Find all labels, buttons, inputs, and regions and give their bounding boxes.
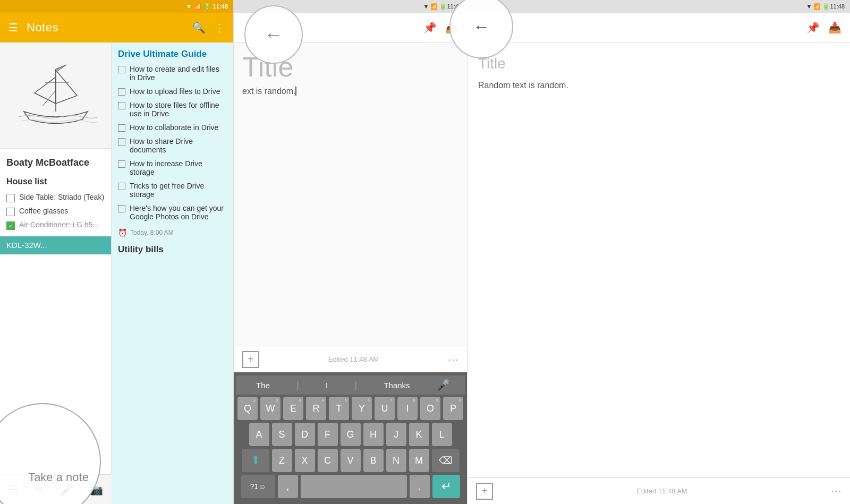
note-editor-panel: ▼ 📶 🔋 11:48 ← 📌 📥 Title ext is random. +… xyxy=(234,0,468,504)
checkbox-checked[interactable]: ✓ xyxy=(6,221,15,230)
search-icon[interactable]: 🔍 xyxy=(192,21,206,34)
keyboard-row-4: ?1☺ , . ↵ xyxy=(236,475,465,498)
key-l[interactable]: L xyxy=(432,423,452,446)
backspace-key[interactable]: ⌫ xyxy=(432,449,460,472)
checkbox[interactable] xyxy=(6,208,15,216)
guide-checkbox[interactable] xyxy=(118,124,125,132)
note-view-area: Title Random text is random. xyxy=(468,42,850,477)
key-z[interactable]: Z xyxy=(272,449,292,472)
back-arrow-icon-p3: ← xyxy=(473,17,490,37)
list-item[interactable]: Side Table: Striado (Teak) xyxy=(0,191,111,204)
key-x[interactable]: X xyxy=(295,449,315,472)
notes-toolbar: ☰ Notes 🔍 ⋮ xyxy=(0,13,233,42)
back-arrow-circle[interactable]: ← xyxy=(244,5,303,64)
guide-item[interactable]: How to upload files to Drive xyxy=(118,87,227,96)
note-body-input[interactable]: ext is random. xyxy=(242,85,458,98)
checkbox[interactable] xyxy=(6,194,15,202)
guide-item[interactable]: How to store files for offline use in Dr… xyxy=(118,101,227,118)
key-r[interactable]: 4R xyxy=(306,397,326,420)
guide-item[interactable]: How to create and edit files in Drive xyxy=(118,65,227,82)
key-g[interactable]: G xyxy=(341,423,361,446)
guide-checkbox[interactable] xyxy=(118,66,125,73)
note-view-title: Title xyxy=(478,55,839,72)
key-e[interactable]: 3E xyxy=(283,397,303,420)
key-i[interactable]: 8I xyxy=(397,397,418,420)
highlighted-text: KDL-32W... xyxy=(6,241,47,250)
more-options-button[interactable]: ⋯ xyxy=(448,353,458,366)
guide-item-text: How to create and edit files in Drive xyxy=(130,65,227,82)
key-h[interactable]: H xyxy=(363,423,384,446)
item-text: Side Table: Striado (Teak) xyxy=(19,193,104,201)
key-f[interactable]: F xyxy=(318,423,338,446)
comma-key[interactable]: , xyxy=(278,475,298,498)
notes-app-panel: ▼ 📶 🔋 11:48 ☰ Notes 🔍 ⋮ xyxy=(0,0,234,504)
guide-checkbox[interactable] xyxy=(118,160,125,168)
guide-item[interactable]: How to share Drive documents xyxy=(118,137,227,154)
clock-icon: ⏰ xyxy=(118,228,127,237)
add-button[interactable]: + xyxy=(242,351,259,368)
symbols-key[interactable]: ?1☺ xyxy=(241,475,275,498)
note-meta: ⏰ Today, 8:00 AM xyxy=(118,228,227,237)
key-s[interactable]: S xyxy=(272,423,292,446)
add-button-p3[interactable]: + xyxy=(476,483,493,500)
house-list-title: House list xyxy=(0,173,111,191)
suggestion-i[interactable]: I xyxy=(320,380,333,391)
guide-item-text: How to collaborate in Drive xyxy=(130,123,218,132)
user-name: Boaty McBoatface xyxy=(0,149,111,173)
guide-item[interactable]: Here's how you can get your Google Photo… xyxy=(118,204,227,221)
guide-item[interactable]: How to collaborate in Drive xyxy=(118,123,227,132)
keyboard-row-1: 1Q 2W 3E 4R 5T 6Y 7U 8I 9O 0P xyxy=(236,397,465,420)
guide-checkbox[interactable] xyxy=(118,88,125,96)
key-m[interactable]: M xyxy=(409,449,429,472)
key-v[interactable]: V xyxy=(341,449,361,472)
key-b[interactable]: B xyxy=(363,449,384,472)
guide-checkbox[interactable] xyxy=(118,138,125,146)
archive-icon-p3[interactable]: 📥 xyxy=(828,21,842,34)
menu-icon[interactable]: ☰ xyxy=(8,21,18,34)
drive-guide-list: Drive Ultimate Guide How to create and e… xyxy=(112,42,233,504)
key-u[interactable]: 7U xyxy=(375,397,395,420)
highlighted-item: KDL-32W... xyxy=(0,236,111,254)
voice-input-icon[interactable]: 🎤 xyxy=(437,379,450,391)
pin-icon[interactable]: 📌 xyxy=(423,21,437,34)
editor-toolbar: ← 📌 📥 xyxy=(234,13,467,42)
key-p[interactable]: 0P xyxy=(443,397,463,420)
more-options-button-p3[interactable]: ⋯ xyxy=(831,485,842,498)
key-w[interactable]: 2W xyxy=(260,397,280,420)
key-j[interactable]: J xyxy=(386,423,406,446)
pin-icon-p3[interactable]: 📌 xyxy=(806,21,820,34)
key-y[interactable]: 6Y xyxy=(352,397,372,420)
guide-item[interactable]: Tricks to get free Drive storage xyxy=(118,182,227,199)
key-n[interactable]: N xyxy=(386,449,406,472)
note-edit-area[interactable]: Title ext is random. xyxy=(234,42,467,346)
key-q[interactable]: 1Q xyxy=(237,397,258,420)
key-o[interactable]: 9O xyxy=(420,397,440,420)
key-t[interactable]: 5T xyxy=(329,397,349,420)
guide-checkbox[interactable] xyxy=(118,205,125,212)
guide-item[interactable]: How to increase Drive storage xyxy=(118,159,227,176)
back-arrow-icon: ← xyxy=(264,23,283,46)
clock-p3: 11:48 xyxy=(830,3,845,10)
note-view-panel: ▼ 📶 🔋 11:48 ← 📌 📥 Title Random text is r… xyxy=(468,0,850,504)
take-note-circle[interactable]: Take a note xyxy=(0,403,101,504)
more-icon[interactable]: ⋮ xyxy=(214,21,225,34)
key-d[interactable]: D xyxy=(295,423,315,446)
list-item[interactable]: Coffee glasses xyxy=(0,204,111,218)
list-item-checked[interactable]: ✓ Air Conditioner: LG h5... xyxy=(0,218,111,232)
guide-item-text: Tricks to get free Drive storage xyxy=(130,182,227,199)
shift-key[interactable]: ⬆ xyxy=(242,449,269,472)
key-a[interactable]: A xyxy=(249,423,269,446)
keyboard[interactable]: The | I | Thanks 🎤 1Q 2W 3E 4R 5T 6Y 7U … xyxy=(234,372,467,504)
key-c[interactable]: C xyxy=(318,449,338,472)
space-key[interactable] xyxy=(301,475,407,498)
suggestion-thanks[interactable]: Thanks xyxy=(378,380,415,391)
guide-checkbox[interactable] xyxy=(118,102,125,109)
status-icons: ▼ 📶 🔋 11:48 xyxy=(186,3,228,10)
item-text: Coffee glasses xyxy=(19,207,68,215)
period-key[interactable]: . xyxy=(410,475,430,498)
text-cursor xyxy=(295,87,296,96)
enter-key[interactable]: ↵ xyxy=(432,475,460,498)
key-k[interactable]: K xyxy=(409,423,429,446)
suggestion-the[interactable]: The xyxy=(251,380,275,391)
guide-checkbox[interactable] xyxy=(118,183,125,190)
